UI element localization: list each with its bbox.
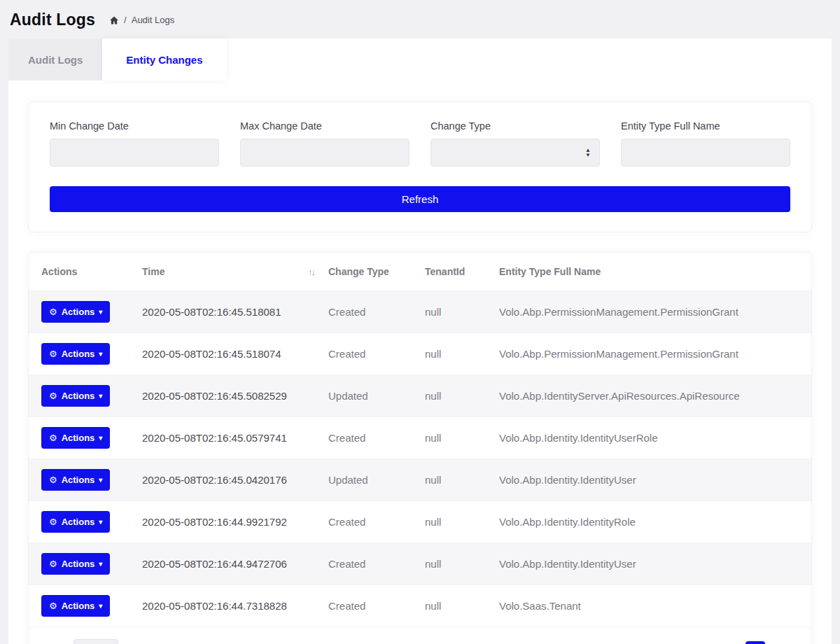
gear-icon: ⚙ <box>49 433 57 443</box>
entity-changes-table-card: Actions Time ↑↓ Change Type TenantId Ent… <box>28 252 812 644</box>
cell-change-type: Created <box>321 291 418 333</box>
gear-icon: ⚙ <box>49 307 57 317</box>
table-header-row: Actions Time ↑↓ Change Type TenantId Ent… <box>29 253 811 291</box>
cell-time: 2020-05-08T02:16:44.7318828 <box>135 585 321 627</box>
cell-tenant-id: null <box>418 585 492 627</box>
cell-change-type: Created <box>321 333 418 375</box>
gear-icon: ⚙ <box>49 475 57 485</box>
caret-down-icon: ▾ <box>99 476 102 484</box>
caret-down-icon: ▾ <box>99 392 102 400</box>
row-actions-button[interactable]: ⚙Actions▾ <box>41 385 110 407</box>
change-type-label: Change Type <box>430 120 600 132</box>
cell-entity-type: Volo.Abp.Identity.IdentityUser <box>492 543 811 585</box>
row-actions-button[interactable]: ⚙Actions▾ <box>41 301 110 323</box>
table-footer: Show 10 ▲▼ entries Showing 31 to 38 of 3… <box>29 627 811 644</box>
tab-bar: Audit Logs Entity Changes <box>8 38 832 80</box>
cell-entity-type: Volo.Saas.Tenant <box>492 585 811 627</box>
cell-entity-type: Volo.Abp.Identity.IdentityUserRole <box>492 417 811 459</box>
column-header-tenant-id: TenantId <box>418 253 492 291</box>
min-change-date-input[interactable] <box>50 139 219 167</box>
caret-down-icon: ▾ <box>99 350 102 358</box>
max-change-date-input[interactable] <box>240 139 410 167</box>
row-actions-button[interactable]: ⚙Actions▾ <box>41 595 110 617</box>
filter-card: Min Change Date Max Change Date Change T… <box>28 102 812 232</box>
cell-entity-type: Volo.Abp.IdentityServer.ApiResources.Api… <box>492 375 811 417</box>
row-actions-button[interactable]: ⚙Actions▾ <box>41 343 110 365</box>
table-row: ⚙Actions▾ 2020-05-08T02:16:45.518081 Cre… <box>29 291 811 333</box>
page-size-group: Show 10 ▲▼ entries <box>41 639 156 644</box>
table-row: ⚙Actions▾ 2020-05-08T02:16:44.9472706 Cr… <box>29 543 811 585</box>
table-row: ⚙Actions▾ 2020-05-08T02:16:45.5082529 Up… <box>29 375 811 417</box>
filter-field-max-change-date: Max Change Date <box>240 120 410 167</box>
entity-type-label: Entity Type Full Name <box>621 120 790 132</box>
sort-icon[interactable]: ↑↓ <box>308 267 314 277</box>
cell-entity-type: Volo.Abp.Identity.IdentityRole <box>492 501 811 543</box>
row-actions-button[interactable]: ⚙Actions▾ <box>41 427 110 449</box>
cell-time: 2020-05-08T02:16:45.5082529 <box>135 375 321 417</box>
cell-change-type: Created <box>321 585 418 627</box>
caret-down-icon: ▾ <box>99 308 102 316</box>
cell-tenant-id: null <box>418 459 492 501</box>
pagination-page-4-active[interactable]: 4 <box>746 641 765 644</box>
entity-type-input[interactable] <box>621 139 790 167</box>
cell-change-type: Created <box>321 417 418 459</box>
page-size-select[interactable]: 10 ▲▼ <box>74 639 118 644</box>
breadcrumb-current: Audit Logs <box>132 15 174 25</box>
cell-change-type: Updated <box>321 375 418 417</box>
min-change-date-label: Min Change Date <box>50 120 219 132</box>
row-actions-button[interactable]: ⚙Actions▾ <box>41 553 110 575</box>
filter-grid: Min Change Date Max Change Date Change T… <box>50 120 790 167</box>
column-header-entity-type: Entity Type Full Name <box>492 253 811 291</box>
table-row: ⚙Actions▾ 2020-05-08T02:16:45.518074 Cre… <box>29 333 811 375</box>
cell-time: 2020-05-08T02:16:45.518074 <box>135 333 321 375</box>
entity-changes-panel: Min Change Date Max Change Date Change T… <box>8 80 832 644</box>
filter-field-entity-type: Entity Type Full Name <box>621 120 790 167</box>
cell-tenant-id: null <box>418 333 492 375</box>
select-arrows-icon: ▲▼ <box>585 148 591 158</box>
tab-entity-changes[interactable]: Entity Changes <box>102 38 226 80</box>
gear-icon: ⚙ <box>49 517 57 527</box>
cell-change-type: Created <box>321 543 418 585</box>
breadcrumb: / Audit Logs <box>109 15 174 25</box>
cell-time: 2020-05-08T02:16:45.0420176 <box>135 459 321 501</box>
column-header-time[interactable]: Time ↑↓ <box>135 253 321 291</box>
cell-time: 2020-05-08T02:16:44.9921792 <box>135 501 321 543</box>
max-change-date-label: Max Change Date <box>240 120 410 132</box>
cell-tenant-id: null <box>418 501 492 543</box>
refresh-button[interactable]: Refresh <box>50 186 790 212</box>
filter-field-change-type: Change Type ▲▼ <box>430 120 600 167</box>
cell-entity-type: Volo.Abp.PermissionManagement.Permission… <box>492 291 811 333</box>
caret-down-icon: ▾ <box>99 434 102 442</box>
gear-icon: ⚙ <box>49 391 57 401</box>
breadcrumb-separator: / <box>124 15 127 25</box>
home-icon[interactable] <box>109 15 119 25</box>
cell-tenant-id: null <box>418 417 492 459</box>
entity-changes-table: Actions Time ↑↓ Change Type TenantId Ent… <box>29 253 811 627</box>
cell-change-type: Updated <box>321 459 418 501</box>
table-row: ⚙Actions▾ 2020-05-08T02:16:45.0579741 Cr… <box>29 417 811 459</box>
table-row: ⚙Actions▾ 2020-05-08T02:16:44.9921792 Cr… <box>29 501 811 543</box>
cell-change-type: Created <box>321 501 418 543</box>
cell-entity-type: Volo.Abp.Identity.IdentityUser <box>492 459 811 501</box>
cell-time: 2020-05-08T02:16:45.518081 <box>135 291 321 333</box>
cell-tenant-id: null <box>418 543 492 585</box>
row-actions-button[interactable]: ⚙Actions▾ <box>41 469 110 491</box>
row-actions-button[interactable]: ⚙Actions▾ <box>41 511 110 533</box>
change-type-select[interactable]: ▲▼ <box>430 139 600 167</box>
gear-icon: ⚙ <box>49 349 57 359</box>
page-title: Audit Logs <box>10 10 95 29</box>
tab-audit-logs[interactable]: Audit Logs <box>8 38 102 80</box>
gear-icon: ⚙ <box>49 601 57 611</box>
filter-field-min-change-date: Min Change Date <box>50 120 219 167</box>
column-header-change-type: Change Type <box>321 253 418 291</box>
caret-down-icon: ▾ <box>99 518 102 526</box>
cell-tenant-id: null <box>418 291 492 333</box>
pagination: Previous 1 2 3 4 Next <box>626 641 799 644</box>
table-row: ⚙Actions▾ 2020-05-08T02:16:45.0420176 Up… <box>29 459 811 501</box>
page-header: Audit Logs / Audit Logs <box>0 0 840 37</box>
column-header-actions: Actions <box>29 253 135 291</box>
cell-time: 2020-05-08T02:16:44.9472706 <box>135 543 321 585</box>
cell-tenant-id: null <box>418 375 492 417</box>
caret-down-icon: ▾ <box>99 560 102 568</box>
cell-entity-type: Volo.Abp.PermissionManagement.Permission… <box>492 333 811 375</box>
